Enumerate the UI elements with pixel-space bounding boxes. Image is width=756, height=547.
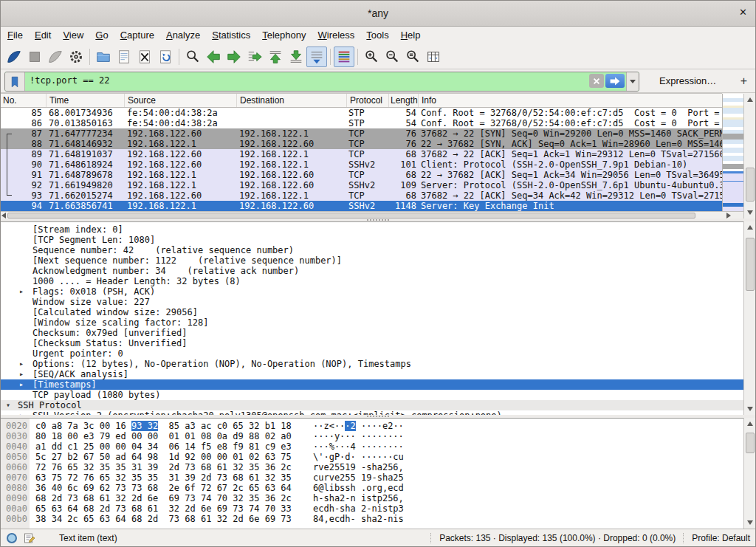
zoom-reset-icon[interactable] [402,47,423,67]
auto-scroll-toggle-icon[interactable] [306,47,327,67]
menu-wireless[interactable]: Wireless [312,27,361,44]
menu-view[interactable]: View [57,27,89,44]
capture-comment-icon[interactable] [24,532,35,544]
detail-line[interactable]: [Checksum Status: Unverified] [0,338,743,348]
packet-row[interactable]: 8971.648191037192.168.122.60192.168.122.… [0,149,722,159]
column-header-length[interactable]: Length [389,94,419,107]
status-bar: Text item (text) Packets: 135 · Displaye… [0,529,756,547]
detail-line[interactable]: [Stream index: 0] [0,224,743,235]
menu-edit[interactable]: Edit [29,27,57,44]
hex-row[interactable]: 00b038 34 2c 65 63 64 68 2d 73 68 61 32 … [0,514,743,524]
hex-row[interactable]: 007063 75 72 76 65 32 35 35 31 39 2d 73 … [0,472,743,483]
toolbar-separator [179,49,179,65]
hex-row[interactable]: 00a065 63 64 68 2d 73 68 61 32 2d 6e 69 … [0,503,743,514]
go-back-icon[interactable] [203,47,224,67]
column-header-no[interactable]: No. [0,94,47,107]
hex-row[interactable]: 0020c0 a8 7a 3c 00 16 93 32 85 a3 ac c0 … [0,421,743,431]
detail-line[interactable]: [Window size scaling factor: 128] [0,317,743,328]
add-filter-button[interactable]: + [736,69,752,93]
expand-arrow-icon: ▸ [19,286,24,297]
menu-tools[interactable]: Tools [360,27,394,44]
packet-row[interactable]: 8771.647777234192.168.122.60192.168.122.… [0,128,722,139]
detail-line[interactable]: [Calculated window size: 29056] [0,307,743,317]
hex-vertical-scrollbar[interactable] [743,418,756,529]
detail-vertical-scrollbar[interactable] [743,221,756,415]
expand-arrow-icon: ▸ [19,379,24,390]
filter-history-dropdown-icon[interactable] [626,72,639,91]
packet-row[interactable]: 9171.648789678192.168.122.1192.168.122.6… [0,170,722,180]
column-header-time[interactable]: Time [47,94,125,107]
column-header-protocol[interactable]: Protocol [347,94,389,107]
menu-telephony[interactable]: Telephony [256,27,312,44]
expert-info-icon[interactable] [6,532,18,544]
hex-row[interactable]: 008036 40 6c 69 62 73 73 68 2e 6f 72 67 … [0,483,743,493]
detail-line[interactable]: Window size value: 227 [0,297,743,307]
go-to-packet-icon[interactable] [244,47,265,67]
packet-list-header: No. Time Source Destination Protocol Len… [0,93,722,108]
detail-line-expandable[interactable]: ▸Options: (12 bytes), No-Operation (NOP)… [0,359,743,369]
packet-list-vertical-scrollbar[interactable] [743,94,756,219]
packet-row[interactable]: 8871.648146932192.168.122.1192.168.122.6… [0,139,722,149]
hex-row[interactable]: 0040a1 dd c1 25 00 00 04 34 06 14 f5 e8 … [0,441,743,452]
toolbar-separator [357,49,358,65]
menu-help[interactable]: Help [395,27,427,44]
detail-line[interactable]: Acknowledgment number: 34 (relative ack … [0,266,743,276]
zoom-out-icon[interactable] [382,47,402,67]
detail-line[interactable]: [TCP Segment Len: 1080] [0,235,743,245]
menu-capture[interactable]: Capture [114,27,160,44]
packet-list-minimap[interactable] [722,94,743,211]
packet-list-horizontal-scrollbar[interactable] [0,211,743,219]
save-file-icon[interactable] [114,47,134,67]
capture-options-gear-icon[interactable] [66,47,86,67]
detail-line-expandable[interactable]: ▸[SEQ/ACK analysis] [0,369,743,379]
close-file-icon[interactable] [134,47,155,67]
detail-line[interactable]: Urgent pointer: 0 [0,348,743,359]
packet-row[interactable]: 9371.662015274192.168.122.60192.168.122.… [0,190,722,201]
find-packet-magnifier-icon[interactable] [182,47,203,67]
detail-line-expandable[interactable]: ▸Flags: 0x018 (PSH, ACK) [0,286,743,297]
detail-line[interactable]: Checksum: 0x79ed [unverified] [0,328,743,338]
column-header-info[interactable]: Info [419,94,722,107]
detail-line[interactable]: Sequence number: 42 (relative sequence n… [0,245,743,255]
hex-row[interactable]: 00505c 27 b2 67 50 ad 64 98 1d 92 00 00 … [0,452,743,462]
filter-bookmark-icon[interactable] [5,72,25,91]
detail-line-selected[interactable]: ▸[Timestamps] [0,379,743,390]
packet-row[interactable]: 9071.648618924192.168.122.60192.168.122.… [0,159,722,170]
packet-row[interactable]: 8568.001734936fe:54:00:d4:38:2aSTP54Conf… [0,108,722,118]
profile-status[interactable]: Profile: Default [692,533,750,543]
detail-line[interactable]: TCP payload (1080 bytes) [0,390,743,400]
colorize-toggle-icon[interactable] [334,47,354,67]
menu-analyze[interactable]: Analyze [160,27,206,44]
packet-row[interactable]: 8670.013850163fe:54:00:d4:38:2aSTP54Conf… [0,118,722,128]
close-icon[interactable]: ✕ [739,7,747,18]
start-capture-icon[interactable] [4,47,24,67]
go-forward-icon[interactable] [224,47,244,67]
packet-row-selected[interactable]: 9471.663856741192.168.122.1192.168.122.6… [0,201,722,211]
filter-input[interactable]: !tcp.port == 22 [25,72,589,91]
expression-button[interactable]: Expression… [659,69,716,93]
menu-statistics[interactable]: Statistics [206,27,256,44]
column-header-source[interactable]: Source [125,94,237,107]
menu-file[interactable]: File [1,27,29,44]
display-filter-field[interactable]: !tcp.port == 22 [4,72,639,92]
hex-row[interactable]: 006072 76 65 32 35 35 31 39 2d 73 68 61 … [0,462,743,472]
packet-row[interactable]: 9271.661949820192.168.122.1192.168.122.6… [0,180,722,190]
detail-line[interactable]: [Next sequence number: 1122 (relative se… [0,255,743,266]
filter-clear-icon[interactable] [589,74,604,88]
stop-capture-icon[interactable] [24,47,45,67]
hex-row[interactable]: 003080 18 00 e3 79 ed 00 00 01 01 08 0a … [0,431,743,441]
resize-columns-icon[interactable] [423,47,444,67]
column-header-destination[interactable]: Destination [237,94,347,107]
hex-row[interactable]: 009068 2d 73 68 61 32 2d 6e 69 73 74 70 … [0,493,743,503]
reload-file-icon[interactable] [155,47,176,67]
filter-apply-arrow-icon[interactable] [605,74,625,88]
detail-line[interactable]: 1000 .... = Header Length: 32 bytes (8) [0,276,743,286]
open-file-folder-icon[interactable] [93,47,114,67]
zoom-in-icon[interactable] [361,47,382,67]
detail-line-protocol[interactable]: ▾SSH Protocol [0,400,743,410]
window-title: *any [368,7,388,19]
go-to-bottom-icon[interactable] [286,47,306,67]
restart-capture-icon[interactable] [45,47,66,67]
menu-go[interactable]: Go [89,27,114,44]
go-to-top-icon[interactable] [265,47,286,67]
